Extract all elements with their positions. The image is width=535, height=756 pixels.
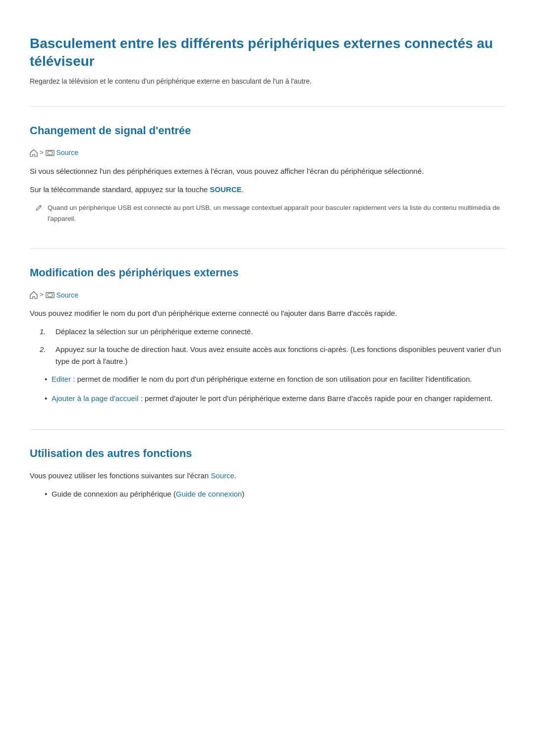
bullet-guide: Guide de connexion au périphérique (Guid…	[45, 488, 505, 501]
guide-suffix: )	[242, 490, 244, 498]
breadcrumb-source-label-1: Source	[56, 147, 78, 158]
note-block-1: Quand un périphérique USB est connecté a…	[35, 202, 505, 224]
section-signal-entree: Changement de signal d'entrée > Source S…	[30, 122, 505, 224]
breadcrumb-arrow-1: >	[40, 148, 44, 158]
section-divider	[30, 106, 505, 107]
section2-bullets: Editer : permet de modifier le nom du po…	[45, 373, 505, 405]
steps-list: Déplacez la sélection sur un périphériqu…	[40, 326, 505, 367]
section3-bullets: Guide de connexion au périphérique (Guid…	[45, 488, 505, 501]
svg-rect-0	[46, 150, 54, 155]
guide-prefix: Guide de connexion au périphérique (	[52, 490, 176, 498]
editer-link: Editer	[52, 375, 71, 383]
ajouter-link: Ajouter à la page d'accueil	[52, 394, 138, 403]
source-icon-1	[46, 150, 54, 156]
section1-body1: Si vous sélectionnez l'un des périphériq…	[30, 165, 505, 178]
section1-body2-suffix: .	[242, 185, 244, 194]
pencil-icon	[35, 203, 43, 215]
section3-body1-suffix: .	[234, 471, 236, 480]
section3-title: Utilisation des autres fonctions	[30, 445, 505, 462]
guide-link: Guide de connexion	[176, 490, 242, 498]
section3-body1: Vous pouvez utiliser les fonctions suiva…	[30, 470, 505, 482]
breadcrumb-2: > Source	[30, 290, 505, 301]
breadcrumb-1: > Source	[30, 147, 505, 158]
home-icon	[30, 149, 38, 157]
section3-body1-prefix: Vous pouvez utiliser les fonctions suiva…	[30, 471, 211, 480]
editer-text: : permet de modifier le nom du port d'un…	[71, 375, 472, 383]
svg-rect-2	[46, 292, 54, 298]
source-highlight: SOURCE	[210, 185, 242, 194]
section-modification: Modification des périphériques externes …	[30, 264, 505, 404]
svg-rect-1	[48, 151, 52, 154]
step-1-text: Déplacez la sélection sur un périphériqu…	[55, 326, 253, 338]
section1-body2: Sur la télécommande standard, appuyez su…	[30, 184, 505, 196]
ajouter-text: : permet d'ajouter le port d'un périphér…	[138, 394, 492, 403]
section-divider-3	[30, 429, 505, 430]
source-link: Source	[211, 471, 235, 480]
bullet-ajouter: Ajouter à la page d'accueil : permet d'a…	[45, 393, 505, 405]
step-1: Déplacez la sélection sur un périphériqu…	[40, 326, 505, 338]
section-autres-fonctions: Utilisation des autres fonctions Vous po…	[30, 445, 505, 501]
step-2-text: Appuyez sur la touche de direction haut.…	[55, 344, 505, 367]
home-icon-2	[30, 291, 38, 299]
page-subtitle: Regardez la télévision et le contenu d'u…	[30, 76, 505, 87]
source-icon-2	[46, 292, 54, 299]
svg-rect-3	[48, 294, 52, 297]
page-title: Basculement entre les différents périphé…	[30, 35, 505, 71]
section-divider-2	[30, 249, 505, 249]
breadcrumb-source-label-2: Source	[56, 290, 78, 301]
note-text-1: Quand un périphérique USB est connecté a…	[48, 202, 505, 224]
section2-title: Modification des périphériques externes	[30, 264, 505, 281]
section1-title: Changement de signal d'entrée	[30, 122, 505, 139]
section2-body1: Vous pouvez modifier le nom du port d'un…	[30, 307, 505, 320]
breadcrumb-arrow-2: >	[40, 290, 44, 300]
step-2: Appuyez sur la touche de direction haut.…	[40, 344, 505, 367]
section1-body2-prefix: Sur la télécommande standard, appuyez su…	[30, 185, 210, 194]
bullet-editer: Editer : permet de modifier le nom du po…	[45, 373, 505, 386]
